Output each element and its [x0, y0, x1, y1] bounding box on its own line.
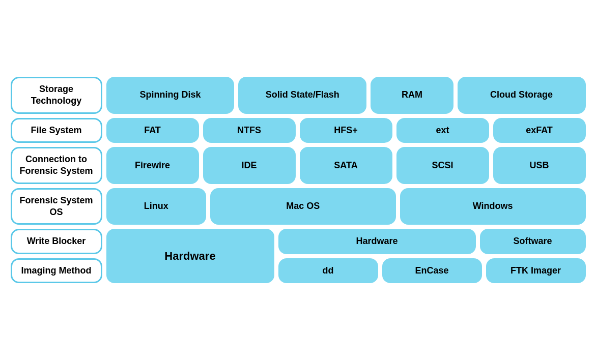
cell-firewire: Firewire: [106, 147, 199, 184]
cell-linux: Linux: [106, 188, 206, 225]
row-write-blocker-imaging: Write Blocker Imaging Method Hardware Ha…: [11, 229, 586, 283]
label-file-system: File System: [11, 118, 102, 143]
cell-encase: EnCase: [382, 258, 482, 283]
label-storage-technology: Storage Technology: [11, 77, 102, 114]
cell-fat: FAT: [106, 118, 199, 143]
label-write-blocker: Write Blocker: [11, 229, 102, 254]
cell-hardware-right: Hardware: [278, 229, 476, 254]
cell-ram: RAM: [371, 77, 453, 114]
cell-dd: dd: [278, 258, 378, 283]
cell-ide: IDE: [203, 147, 296, 184]
cell-ntfs: NTFS: [203, 118, 296, 143]
cell-exfat: exFAT: [493, 118, 586, 143]
cell-hardware-big: Hardware: [106, 229, 274, 283]
cell-solid-state-flash: Solid State/Flash: [238, 77, 366, 114]
cell-hfsplus: HFS+: [300, 118, 392, 143]
cell-windows: Windows: [400, 188, 586, 225]
cell-sata: SATA: [300, 147, 392, 184]
row-file-system: File System FAT NTFS HFS+ ext exFAT: [11, 118, 586, 143]
label-imaging-method: Imaging Method: [11, 258, 102, 283]
cell-usb: USB: [493, 147, 586, 184]
label-connection-forensic: Connection to Forensic System: [11, 147, 102, 184]
cell-macos: Mac OS: [210, 188, 396, 225]
main-grid: Storage Technology Spinning Disk Solid S…: [6, 72, 591, 293]
cell-cloud-storage: Cloud Storage: [458, 77, 586, 114]
row-forensic-os: Forensic System OS Linux Mac OS Windows: [11, 188, 586, 225]
cell-spinning-disk: Spinning Disk: [106, 77, 235, 114]
label-forensic-os: Forensic System OS: [11, 188, 102, 225]
row-connection-forensic: Connection to Forensic System Firewire I…: [11, 147, 586, 184]
row-storage-technology: Storage Technology Spinning Disk Solid S…: [11, 77, 586, 114]
cell-software: Software: [480, 229, 586, 254]
cell-ext: ext: [396, 118, 489, 143]
cell-scsi: SCSI: [396, 147, 489, 184]
cell-ftk-imager: FTK Imager: [486, 258, 586, 283]
